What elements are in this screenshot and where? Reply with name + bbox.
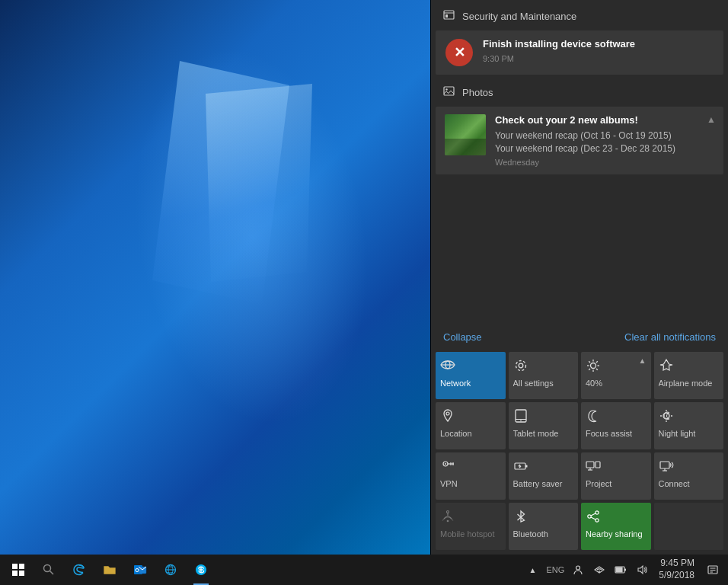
svg-point-7 — [519, 363, 523, 368]
brightness-icon — [586, 358, 601, 376]
action-bar: Collapse Clear all notifications — [431, 325, 728, 349]
windows-logo-light — [122, 61, 335, 366]
photos-notif-card[interactable]: Check out your 2 new albums! Your weeken… — [436, 107, 723, 174]
qa-tile-location[interactable]: Location — [436, 402, 506, 449]
qa-tile-bluetooth[interactable]: Bluetooth — [509, 503, 579, 550]
qa-label-tablet: Tablet mode — [513, 429, 574, 439]
network-tray-icon[interactable] — [589, 555, 610, 585]
qa-tile-airplane[interactable]: Airplane mode — [654, 352, 724, 399]
svg-point-4 — [445, 88, 447, 90]
taskbar-apps — [61, 555, 522, 585]
language-indicator: ENG — [543, 555, 567, 585]
photos-group-label: Photos — [462, 87, 493, 98]
bluetooth-icon — [513, 509, 528, 526]
cortana-search[interactable] — [37, 558, 61, 582]
battery-icon — [513, 459, 528, 476]
photos-thumbnail — [445, 114, 486, 155]
svg-rect-74 — [624, 569, 626, 571]
qa-tile-tablet-mode[interactable]: Tablet mode — [509, 402, 579, 449]
connect-icon — [659, 459, 674, 476]
photos-icon — [443, 85, 455, 99]
photos-notif-body1: Your weekend recap (Oct 16 - Oct 19 2015… — [495, 129, 714, 142]
tablet-icon — [513, 408, 528, 426]
svg-line-59 — [50, 571, 54, 575]
qa-label-night-light: Night light — [659, 429, 720, 439]
qa-label-airplane: Airplane mode — [659, 379, 720, 388]
svg-rect-38 — [595, 462, 600, 468]
svg-line-16 — [596, 361, 598, 363]
svg-point-44 — [447, 520, 449, 523]
system-tray: ▲ ENG — [522, 555, 728, 585]
clock-time: 9:45 PM — [660, 558, 694, 570]
qa-tile-connect[interactable]: Connect — [654, 452, 724, 500]
clock-display[interactable]: 9:45 PM 5/9/2018 — [653, 555, 701, 585]
security-notif-content: Finish installing device software 9:30 P… — [483, 38, 714, 63]
qa-tile-night-light[interactable]: Night light — [654, 402, 724, 449]
security-notif-title: Finish installing device software — [483, 38, 714, 51]
location-icon — [440, 408, 455, 426]
svg-rect-55 — [19, 564, 24, 569]
taskbar-edge[interactable] — [64, 555, 94, 585]
nearbysharing-icon — [586, 509, 601, 526]
taskbar-ie[interactable] — [155, 555, 186, 585]
qa-label-battery-saver: Battery saver — [513, 479, 574, 489]
svg-line-15 — [596, 369, 598, 370]
security-notif-card[interactable]: ✕ Finish installing device software 9:30… — [436, 30, 723, 75]
clear-all-button[interactable]: Clear all notifications — [624, 331, 716, 343]
taskbar-explorer[interactable] — [94, 555, 125, 585]
qa-tile-empty — [654, 503, 724, 550]
qa-label-location: Location — [440, 429, 501, 439]
airplane-icon — [659, 358, 674, 376]
action-center-button[interactable] — [701, 555, 725, 585]
qa-tile-brightness[interactable]: 40% ▲ — [581, 352, 651, 399]
start-button[interactable] — [0, 555, 37, 585]
svg-line-52 — [591, 513, 595, 516]
photos-notif-body2: Your weekend recap (Dec 23 - Dec 28 2015… — [495, 142, 714, 155]
qa-tile-nearby-sharing[interactable]: Nearby sharing — [581, 503, 651, 550]
qa-tile-project[interactable]: Project — [581, 452, 651, 500]
qa-tile-network[interactable]: Network — [436, 352, 506, 399]
error-circle-icon: ✕ — [445, 39, 473, 66]
qa-tile-vpn[interactable]: VPN — [436, 452, 506, 500]
desktop-background — [0, 0, 430, 555]
quick-actions-panel: Network All settings — [431, 349, 728, 555]
clock-date: 5/9/2018 — [659, 570, 694, 582]
nightlight-icon — [659, 408, 674, 426]
tray-overflow-button[interactable]: ▲ — [522, 555, 543, 585]
svg-line-17 — [589, 369, 590, 370]
svg-point-70 — [576, 566, 580, 570]
error-icon-wrap: ✕ — [445, 38, 474, 67]
notif-group-photos: Photos — [431, 76, 728, 105]
svg-point-28 — [445, 463, 446, 465]
notif-group-security: Security and Maintenance — [431, 0, 728, 29]
svg-rect-56 — [12, 571, 18, 576]
people-icon-tray[interactable] — [567, 555, 589, 585]
taskbar-skype[interactable] — [186, 555, 216, 585]
qa-tile-focus-assist[interactable]: Focus assist — [581, 402, 651, 449]
svg-point-71 — [599, 571, 600, 572]
svg-point-58 — [44, 565, 51, 572]
svg-rect-57 — [19, 571, 24, 576]
svg-point-51 — [595, 519, 599, 522]
svg-rect-2 — [445, 14, 448, 18]
qa-tile-battery-saver[interactable]: Battery saver — [509, 452, 579, 500]
qa-tile-all-settings[interactable]: All settings — [509, 352, 579, 399]
settings-icon — [513, 358, 528, 376]
svg-point-50 — [595, 511, 599, 514]
photos-notif-title: Check out your 2 new albums! — [495, 114, 714, 127]
photos-notif-chevron: ▲ — [707, 114, 716, 125]
volume-icon[interactable] — [631, 555, 653, 585]
qa-tile-mobile-hotspot[interactable]: Mobile hotspot — [436, 503, 506, 550]
svg-rect-54 — [12, 564, 18, 569]
svg-point-49 — [588, 515, 591, 518]
battery-tray-icon[interactable] — [610, 555, 631, 585]
moon-icon — [586, 408, 601, 426]
taskbar-outlook[interactable] — [125, 555, 155, 585]
action-center-panel: Security and Maintenance ✕ Finish instal… — [431, 0, 728, 555]
vpn-icon — [440, 459, 455, 476]
qa-label-hotspot: Mobile hotspot — [440, 529, 501, 539]
collapse-button[interactable]: Collapse — [443, 331, 482, 343]
notifications-area[interactable]: Security and Maintenance ✕ Finish instal… — [431, 0, 728, 325]
network-icon — [440, 358, 455, 376]
svg-point-9 — [591, 363, 596, 369]
